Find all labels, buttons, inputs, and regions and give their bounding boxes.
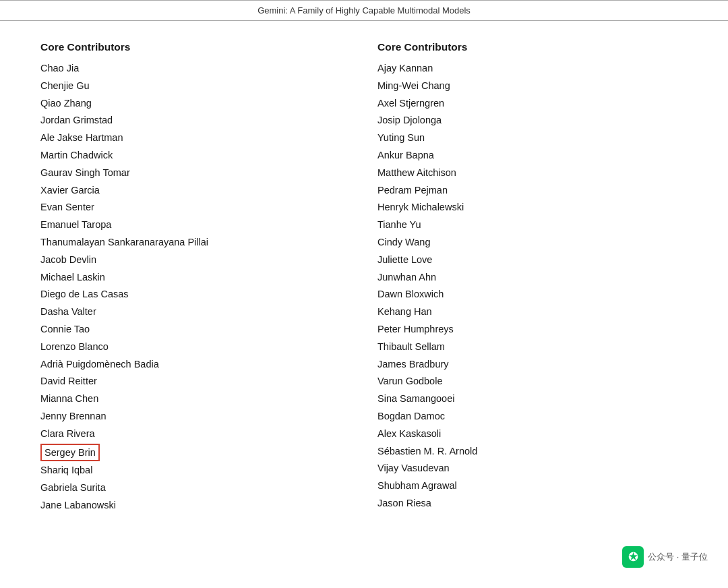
name-label: Yuting Sun <box>377 132 425 143</box>
name-label: Adrià Puigdomènech Badia <box>40 359 159 370</box>
list-item: Diego de Las Casas <box>40 286 351 303</box>
list-item: Mianna Chen <box>40 390 351 408</box>
header-bar: Gemini: A Family of Highly Capable Multi… <box>0 0 728 21</box>
name-label: David Reitter <box>40 376 97 386</box>
list-item: Dasha Valter <box>40 303 351 321</box>
list-item: Sina Samangooei <box>377 390 688 408</box>
list-item: Alex Kaskasoli <box>377 425 688 443</box>
list-item: Lorenzo Blanco <box>40 339 351 356</box>
name-label: Vijay Vasudevan <box>377 463 450 473</box>
watermark-icon: ✪ <box>622 546 644 568</box>
content-area: Core ContributorsChao JiaChenjie GuQiao … <box>0 41 728 514</box>
name-label: Alex Kaskasoli <box>377 428 441 439</box>
name-label: Pedram Pejman <box>377 185 448 196</box>
list-item: Jacob Devlin <box>40 252 351 269</box>
list-item: Cindy Wang <box>377 234 688 252</box>
list-item: Evan Senter <box>40 199 351 216</box>
name-label: Diego de Las Casas <box>40 289 129 299</box>
name-label: Dawn Bloxwich <box>377 289 444 299</box>
list-item: Junwhan Ahn <box>377 269 688 287</box>
list-item: Gabriela Surita <box>40 479 351 497</box>
list-item: Emanuel Taropa <box>40 216 351 234</box>
name-label: Jordan Grimstad <box>40 115 113 125</box>
list-item: Ajay Kannan <box>377 60 688 78</box>
list-item: Qiao Zhang <box>40 95 351 113</box>
list-item: Gaurav Singh Tomar <box>40 165 351 182</box>
list-item: David Reitter <box>40 373 351 390</box>
name-label: Shariq Iqbal <box>40 465 92 475</box>
list-item: Jordan Grimstad <box>40 112 351 129</box>
list-item: Ankur Bapna <box>377 147 688 165</box>
list-item: Shariq Iqbal <box>40 462 351 479</box>
name-label: Ming-Wei Chang <box>377 80 450 91</box>
list-item: Tianhe Yu <box>377 216 688 234</box>
list-item: Xavier Garcia <box>40 182 351 200</box>
name-label: Kehang Han <box>377 306 432 317</box>
list-item: Bogdan Damoc <box>377 408 688 425</box>
name-label: Matthew Aitchison <box>377 167 456 178</box>
list-item: Jane Labanowski <box>40 497 351 514</box>
name-label: Jacob Devlin <box>40 254 96 265</box>
column-1-title: Core Contributors <box>377 41 688 53</box>
list-item: Josip Djolonga <box>377 112 688 129</box>
name-label: Mianna Chen <box>40 393 98 404</box>
name-label: James Bradbury <box>377 359 449 370</box>
name-label: Emanuel Taropa <box>40 219 111 230</box>
list-item: Ale Jakse Hartman <box>40 129 351 147</box>
name-label: Dasha Valter <box>40 306 96 317</box>
name-label: Cindy Wang <box>377 237 430 247</box>
name-label: Chenjie Gu <box>40 80 90 91</box>
name-label: Lorenzo Blanco <box>40 341 109 352</box>
list-item: Adrià Puigdomènech Badia <box>40 356 351 374</box>
highlighted-name: Sergey Brin <box>40 444 100 461</box>
name-label: Bogdan Damoc <box>377 411 445 421</box>
list-item: Thanumalayan Sankaranarayana Pillai <box>40 234 351 252</box>
name-label: Thanumalayan Sankaranarayana Pillai <box>40 237 208 247</box>
column-0-title: Core Contributors <box>40 41 351 53</box>
name-label: Junwhan Ahn <box>377 272 436 283</box>
name-label: Juliette Love <box>377 254 432 265</box>
name-label: Qiao Zhang <box>40 98 92 109</box>
header-title: Gemini: A Family of Highly Capable Multi… <box>257 5 471 16</box>
name-label: Axel Stjerngren <box>377 98 444 109</box>
name-label: Xavier Garcia <box>40 185 100 196</box>
name-label: Henryk Michalewski <box>377 202 464 212</box>
name-label: Thibault Sellam <box>377 341 445 352</box>
name-label: Martin Chadwick <box>40 150 113 160</box>
name-label: Connie Tao <box>40 324 90 334</box>
name-label: Varun Godbole <box>377 376 442 386</box>
list-item: Michael Laskin <box>40 269 351 287</box>
list-item: Chao Jia <box>40 60 351 78</box>
name-label: Gaurav Singh Tomar <box>40 167 130 178</box>
name-label: Jane Labanowski <box>40 500 116 510</box>
list-item: Jenny Brennan <box>40 408 351 425</box>
name-label: Ale Jakse Hartman <box>40 132 123 143</box>
list-item: Peter Humphreys <box>377 321 688 339</box>
name-label: Ajay Kannan <box>377 63 433 74</box>
name-label: Peter Humphreys <box>377 324 454 334</box>
list-item: Martin Chadwick <box>40 147 351 165</box>
list-item: Juliette Love <box>377 252 688 269</box>
list-item: Ming-Wei Chang <box>377 78 688 95</box>
list-item: Pedram Pejman <box>377 182 688 200</box>
watermark-text: 公众号 · 量子位 <box>648 551 708 563</box>
list-item: Dawn Bloxwich <box>377 286 688 303</box>
list-item: Kehang Han <box>377 303 688 321</box>
name-label: Ankur Bapna <box>377 150 434 160</box>
name-label: Shubham Agrawal <box>377 480 457 491</box>
name-label: Evan Senter <box>40 202 94 212</box>
column-0: Core ContributorsChao JiaChenjie GuQiao … <box>40 41 377 514</box>
name-label: Jenny Brennan <box>40 411 107 421</box>
list-item: Varun Godbole <box>377 373 688 390</box>
name-label: Jason Riesa <box>377 498 431 508</box>
wechat-icon: ✪ <box>628 550 638 564</box>
list-item: Clara Rivera <box>40 425 351 443</box>
list-item: Vijay Vasudevan <box>377 460 688 477</box>
list-item: Axel Stjerngren <box>377 95 688 113</box>
list-item: Shubham Agrawal <box>377 477 688 495</box>
watermark: ✪ 公众号 · 量子位 <box>622 546 708 568</box>
list-item: Chenjie Gu <box>40 78 351 95</box>
list-item: Henryk Michalewski <box>377 199 688 216</box>
list-item: Yuting Sun <box>377 129 688 147</box>
column-1: Core ContributorsAjay KannanMing-Wei Cha… <box>377 41 688 514</box>
